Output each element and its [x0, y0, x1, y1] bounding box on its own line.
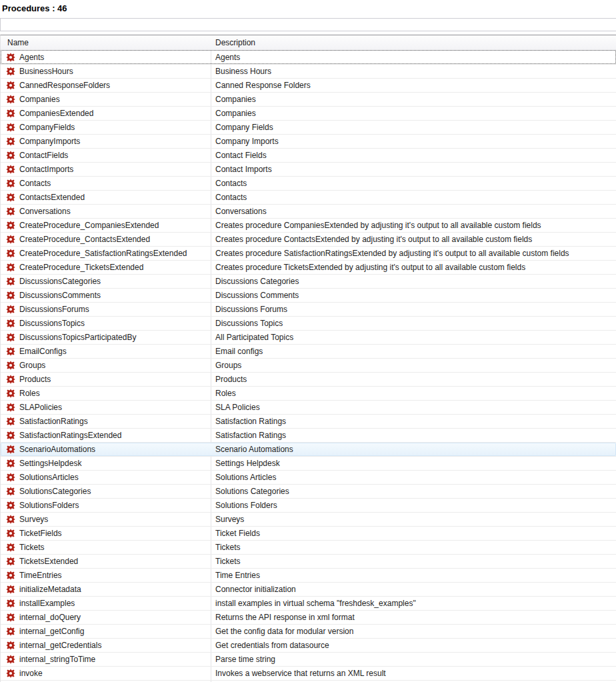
row-description: Business Hours: [215, 65, 615, 78]
table-row[interactable]: SolutionsFolders Solutions Folders: [1, 499, 616, 513]
row-name: ContactImports: [19, 163, 207, 176]
row-name: CreateProcedure_ContactsExtended: [19, 233, 207, 246]
gear-icon: [6, 599, 15, 608]
table-row[interactable]: Conversations Conversations: [1, 205, 616, 219]
row-name: Companies: [19, 93, 207, 106]
row-description: Companies: [215, 107, 615, 120]
row-description: Tickets: [215, 541, 615, 554]
table-row[interactable]: Surveys Surveys: [1, 513, 616, 527]
row-description: Invokes a webservice that returns an XML…: [215, 667, 615, 680]
row-description: Contact Imports: [215, 163, 615, 176]
table-row[interactable]: SolutionsArticles Solutions Articles: [1, 471, 616, 485]
row-description: Ticket Fields: [215, 527, 615, 540]
table-row[interactable]: CreateProcedure_CompaniesExtended Create…: [1, 219, 616, 233]
row-name: invoke: [19, 667, 207, 680]
row-name: SLAPolicies: [19, 401, 207, 414]
table-row[interactable]: internal_getCredentials Get credentials …: [1, 639, 616, 653]
table-row[interactable]: CreateProcedure_ContactsExtended Creates…: [1, 233, 616, 247]
row-description: Email configs: [215, 345, 615, 358]
gear-icon: [6, 305, 15, 314]
gear-icon: [6, 137, 15, 146]
row-name: Conversations: [19, 205, 207, 218]
column-header-name[interactable]: Name: [7, 35, 204, 50]
table-row[interactable]: SettingsHelpdesk Settings Helpdesk: [1, 457, 616, 471]
table-row[interactable]: EmailConfigs Email configs: [1, 345, 616, 359]
gear-icon: [6, 543, 15, 552]
table-row[interactable]: installExamples install examples in virt…: [1, 597, 616, 611]
table-row[interactable]: SolutionsCategories Solutions Categories: [1, 485, 616, 499]
table-row[interactable]: DiscussionsComments Discussions Comments: [1, 289, 616, 303]
table-row[interactable]: internal_stringToTime Parse time string: [1, 653, 616, 667]
row-name: installExamples: [19, 597, 207, 610]
procedures-table: Name Description Agents Agents BusinessH…: [0, 35, 616, 682]
table-row[interactable]: CreateProcedure_SatisfactionRatingsExten…: [1, 247, 616, 261]
row-name: ScenarioAutomations: [19, 443, 207, 456]
gear-icon: [6, 235, 15, 244]
table-row[interactable]: CreateProcedure_TicketsExtended Creates …: [1, 261, 616, 275]
row-name: DiscussionsComments: [19, 289, 207, 302]
table-row[interactable]: DiscussionsTopicsParticipatedBy All Part…: [1, 331, 616, 345]
table-row[interactable]: ContactFields Contact Fields: [1, 149, 616, 163]
filter-input[interactable]: [0, 18, 616, 31]
row-name: internal_stringToTime: [19, 653, 207, 666]
row-description: Get the config data for modular version: [215, 625, 615, 638]
gear-icon: [6, 613, 15, 622]
table-row[interactable]: TimeEntries Time Entries: [1, 569, 616, 583]
row-description: Agents: [215, 51, 615, 64]
row-name: Groups: [19, 359, 207, 372]
table-row[interactable]: SatisfactionRatingsExtended Satisfaction…: [1, 429, 616, 443]
table-row[interactable]: DiscussionsForums Discussions Forums: [1, 303, 616, 317]
table-row[interactable]: ScenarioAutomations Scenario Automations: [1, 443, 616, 457]
table-row[interactable]: invoke Invokes a webservice that returns…: [1, 667, 616, 681]
row-name: ContactFields: [19, 149, 207, 162]
row-name: DiscussionsForums: [19, 303, 207, 316]
table-row[interactable]: internal_getConfig Get the config data f…: [1, 625, 616, 639]
gear-icon: [6, 557, 15, 566]
table-row[interactable]: BusinessHours Business Hours: [1, 65, 616, 79]
row-description: Contacts: [215, 191, 615, 204]
table-row[interactable]: Groups Groups: [1, 359, 616, 373]
row-name: CreateProcedure_SatisfactionRatingsExten…: [19, 247, 207, 260]
gear-icon: [6, 151, 15, 160]
table-row[interactable]: Roles Roles: [1, 387, 616, 401]
row-description: Solutions Articles: [215, 471, 615, 484]
table-row[interactable]: ContactsExtended Contacts: [1, 191, 616, 205]
row-description: Solutions Categories: [215, 485, 615, 498]
row-name: TicketFields: [19, 527, 207, 540]
table-row[interactable]: ContactImports Contact Imports: [1, 163, 616, 177]
table-row[interactable]: CompanyImports Company Imports: [1, 135, 616, 149]
row-name: SatisfactionRatingsExtended: [19, 429, 207, 442]
row-description: Discussions Topics: [215, 317, 615, 330]
table-row[interactable]: SLAPolicies SLA Policies: [1, 401, 616, 415]
row-name: TimeEntries: [19, 569, 207, 582]
row-description: Contacts: [215, 177, 615, 190]
table-row[interactable]: Companies Companies: [1, 93, 616, 107]
table-body: Agents Agents BusinessHours Business Hou…: [1, 51, 616, 682]
row-name: SettingsHelpdesk: [19, 457, 207, 470]
row-description: Discussions Forums: [215, 303, 615, 316]
gear-icon: [6, 165, 15, 174]
table-row[interactable]: SatisfactionRatings Satisfaction Ratings: [1, 415, 616, 429]
table-row[interactable]: TicketsExtended Tickets: [1, 555, 616, 569]
row-name: SolutionsFolders: [19, 499, 207, 512]
gear-icon: [6, 459, 15, 468]
gear-icon: [6, 291, 15, 300]
column-header-description[interactable]: Description: [215, 35, 616, 50]
table-row[interactable]: Products Products: [1, 373, 616, 387]
table-row[interactable]: CompaniesExtended Companies: [1, 107, 616, 121]
table-row[interactable]: initializeMetadata Connector initializat…: [1, 583, 616, 597]
table-row[interactable]: Agents Agents: [1, 51, 616, 65]
table-row[interactable]: Tickets Tickets: [1, 541, 616, 555]
table-row[interactable]: Contacts Contacts: [1, 177, 616, 191]
table-row[interactable]: DiscussionsTopics Discussions Topics: [1, 317, 616, 331]
table-row[interactable]: CompanyFields Company Fields: [1, 121, 616, 135]
row-description: Creates procedure SatisfactionRatingsExt…: [215, 247, 615, 260]
gear-icon: [6, 501, 15, 510]
table-row[interactable]: CannedResponseFolders Canned Response Fo…: [1, 79, 616, 93]
table-row[interactable]: DiscussionsCategories Discussions Catego…: [1, 275, 616, 289]
table-row[interactable]: TicketFields Ticket Fields: [1, 527, 616, 541]
table-row[interactable]: internal_doQuery Returns the API respons…: [1, 611, 616, 625]
row-name: DiscussionsTopicsParticipatedBy: [19, 331, 207, 344]
row-name: internal_getCredentials: [19, 639, 207, 652]
row-name: internal_doQuery: [19, 611, 207, 624]
